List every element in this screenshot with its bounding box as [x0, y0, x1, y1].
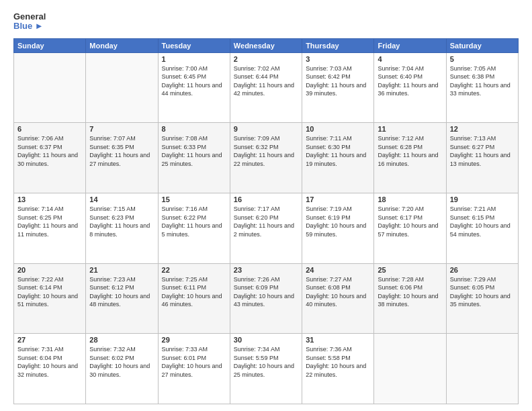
day-detail: Sunrise: 7:06 AMSunset: 6:37 PMDaylight:… — [17, 135, 78, 167]
day-number: 2 — [234, 55, 298, 63]
calendar-cell: 19 Sunrise: 7:21 AMSunset: 6:15 PMDaylig… — [446, 193, 518, 263]
page: General Blue ► SundayMondayTuesdayWednes… — [0, 0, 532, 411]
day-detail: Sunrise: 7:32 AMSunset: 6:02 PMDaylight:… — [89, 346, 150, 378]
day-detail: Sunrise: 7:21 AMSunset: 6:15 PMDaylight:… — [450, 205, 511, 238]
calendar-cell: 4 Sunrise: 7:04 AMSunset: 6:40 PMDayligh… — [374, 52, 446, 123]
day-detail: Sunrise: 7:34 AMSunset: 5:59 PMDaylight:… — [234, 346, 294, 378]
calendar-cell — [86, 52, 158, 123]
day-number: 17 — [306, 195, 370, 203]
day-number: 29 — [162, 336, 226, 344]
day-number: 1 — [162, 55, 226, 63]
weekday-header-thursday: Thursday — [302, 38, 374, 52]
calendar-cell: 22 Sunrise: 7:25 AMSunset: 6:11 PMDaylig… — [158, 263, 230, 334]
day-detail: Sunrise: 7:28 AMSunset: 6:06 PMDaylight:… — [378, 276, 438, 308]
calendar-cell: 13 Sunrise: 7:14 AMSunset: 6:25 PMDaylig… — [14, 193, 86, 263]
day-detail: Sunrise: 7:15 AMSunset: 6:23 PMDaylight:… — [89, 205, 150, 238]
day-number: 13 — [17, 195, 82, 203]
day-number: 20 — [17, 266, 82, 274]
day-detail: Sunrise: 7:13 AMSunset: 6:27 PMDaylight:… — [450, 135, 511, 167]
calendar-cell: 31 Sunrise: 7:36 AMSunset: 5:58 PMDaylig… — [302, 334, 374, 404]
calendar-cell — [446, 334, 518, 404]
day-number: 9 — [234, 125, 298, 133]
logo: General Blue ► — [13, 12, 46, 32]
calendar-cell: 3 Sunrise: 7:03 AMSunset: 6:42 PMDayligh… — [302, 52, 374, 123]
day-number: 26 — [450, 266, 515, 274]
day-number: 16 — [234, 195, 298, 203]
day-detail: Sunrise: 7:33 AMSunset: 6:01 PMDaylight:… — [162, 346, 222, 378]
day-detail: Sunrise: 7:16 AMSunset: 6:22 PMDaylight:… — [162, 205, 222, 238]
day-number: 4 — [378, 55, 442, 63]
calendar-cell — [374, 334, 446, 404]
day-detail: Sunrise: 7:04 AMSunset: 6:40 PMDaylight:… — [378, 65, 438, 97]
logo-general: General — [13, 12, 46, 21]
weekday-header-wednesday: Wednesday — [230, 38, 302, 52]
calendar-cell: 25 Sunrise: 7:28 AMSunset: 6:06 PMDaylig… — [374, 263, 446, 334]
day-number: 18 — [378, 195, 442, 203]
day-detail: Sunrise: 7:31 AMSunset: 6:04 PMDaylight:… — [17, 346, 78, 378]
weekday-header-saturday: Saturday — [446, 38, 518, 52]
day-number: 5 — [450, 55, 515, 63]
day-number: 27 — [17, 336, 82, 344]
day-number: 15 — [162, 195, 226, 203]
day-detail: Sunrise: 7:20 AMSunset: 6:17 PMDaylight:… — [378, 205, 438, 238]
week-row-4: 20 Sunrise: 7:22 AMSunset: 6:14 PMDaylig… — [14, 263, 519, 334]
day-detail: Sunrise: 7:08 AMSunset: 6:33 PMDaylight:… — [162, 135, 222, 167]
day-number: 28 — [89, 336, 154, 344]
day-number: 19 — [450, 195, 515, 203]
calendar-cell: 1 Sunrise: 7:00 AMSunset: 6:45 PMDayligh… — [158, 52, 230, 123]
calendar-cell: 24 Sunrise: 7:27 AMSunset: 6:08 PMDaylig… — [302, 263, 374, 334]
calendar-cell: 16 Sunrise: 7:17 AMSunset: 6:20 PMDaylig… — [230, 193, 302, 263]
calendar-cell: 6 Sunrise: 7:06 AMSunset: 6:37 PMDayligh… — [14, 123, 86, 193]
calendar-cell: 21 Sunrise: 7:23 AMSunset: 6:12 PMDaylig… — [86, 263, 158, 334]
day-detail: Sunrise: 7:12 AMSunset: 6:28 PMDaylight:… — [378, 135, 438, 167]
day-number: 22 — [162, 266, 226, 274]
day-detail: Sunrise: 7:23 AMSunset: 6:12 PMDaylight:… — [89, 276, 150, 308]
calendar-cell: 14 Sunrise: 7:15 AMSunset: 6:23 PMDaylig… — [86, 193, 158, 263]
day-detail: Sunrise: 7:19 AMSunset: 6:19 PMDaylight:… — [306, 205, 366, 238]
day-number: 10 — [306, 125, 370, 133]
day-detail: Sunrise: 7:17 AMSunset: 6:20 PMDaylight:… — [234, 205, 294, 238]
calendar-cell: 8 Sunrise: 7:08 AMSunset: 6:33 PMDayligh… — [158, 123, 230, 193]
weekday-header-row: SundayMondayTuesdayWednesdayThursdayFrid… — [14, 38, 519, 52]
calendar-cell: 15 Sunrise: 7:16 AMSunset: 6:22 PMDaylig… — [158, 193, 230, 263]
logo-blue: Blue ► — [13, 21, 46, 31]
day-detail: Sunrise: 7:26 AMSunset: 6:09 PMDaylight:… — [234, 276, 294, 308]
calendar-cell: 20 Sunrise: 7:22 AMSunset: 6:14 PMDaylig… — [14, 263, 86, 334]
day-number: 23 — [234, 266, 298, 274]
calendar-cell: 9 Sunrise: 7:09 AMSunset: 6:32 PMDayligh… — [230, 123, 302, 193]
calendar-cell: 2 Sunrise: 7:02 AMSunset: 6:44 PMDayligh… — [230, 52, 302, 123]
weekday-header-friday: Friday — [374, 38, 446, 52]
day-number: 24 — [306, 266, 370, 274]
week-row-1: 1 Sunrise: 7:00 AMSunset: 6:45 PMDayligh… — [14, 52, 519, 123]
calendar-cell: 18 Sunrise: 7:20 AMSunset: 6:17 PMDaylig… — [374, 193, 446, 263]
calendar-cell: 30 Sunrise: 7:34 AMSunset: 5:59 PMDaylig… — [230, 334, 302, 404]
day-detail: Sunrise: 7:03 AMSunset: 6:42 PMDaylight:… — [306, 65, 366, 97]
day-detail: Sunrise: 7:07 AMSunset: 6:35 PMDaylight:… — [89, 135, 150, 167]
week-row-3: 13 Sunrise: 7:14 AMSunset: 6:25 PMDaylig… — [14, 193, 519, 263]
day-detail: Sunrise: 7:14 AMSunset: 6:25 PMDaylight:… — [17, 205, 78, 238]
weekday-header-tuesday: Tuesday — [158, 38, 230, 52]
day-number: 3 — [306, 55, 370, 63]
calendar-cell: 11 Sunrise: 7:12 AMSunset: 6:28 PMDaylig… — [374, 123, 446, 193]
day-number: 30 — [234, 336, 298, 344]
calendar-cell — [14, 52, 86, 123]
calendar-cell: 26 Sunrise: 7:29 AMSunset: 6:05 PMDaylig… — [446, 263, 518, 334]
day-detail: Sunrise: 7:29 AMSunset: 6:05 PMDaylight:… — [450, 276, 511, 308]
day-number: 14 — [89, 195, 154, 203]
day-number: 8 — [162, 125, 226, 133]
calendar-cell: 28 Sunrise: 7:32 AMSunset: 6:02 PMDaylig… — [86, 334, 158, 404]
header: General Blue ► — [13, 12, 519, 32]
calendar-table: SundayMondayTuesdayWednesdayThursdayFrid… — [13, 38, 519, 404]
day-detail: Sunrise: 7:02 AMSunset: 6:44 PMDaylight:… — [234, 65, 294, 97]
calendar-cell: 29 Sunrise: 7:33 AMSunset: 6:01 PMDaylig… — [158, 334, 230, 404]
week-row-5: 27 Sunrise: 7:31 AMSunset: 6:04 PMDaylig… — [14, 334, 519, 404]
day-detail: Sunrise: 7:00 AMSunset: 6:45 PMDaylight:… — [162, 65, 222, 97]
day-number: 31 — [306, 336, 370, 344]
calendar-cell: 5 Sunrise: 7:05 AMSunset: 6:38 PMDayligh… — [446, 52, 518, 123]
calendar-cell: 23 Sunrise: 7:26 AMSunset: 6:09 PMDaylig… — [230, 263, 302, 334]
week-row-2: 6 Sunrise: 7:06 AMSunset: 6:37 PMDayligh… — [14, 123, 519, 193]
day-number: 7 — [89, 125, 154, 133]
day-number: 11 — [378, 125, 442, 133]
calendar-cell: 7 Sunrise: 7:07 AMSunset: 6:35 PMDayligh… — [86, 123, 158, 193]
day-detail: Sunrise: 7:27 AMSunset: 6:08 PMDaylight:… — [306, 276, 366, 308]
